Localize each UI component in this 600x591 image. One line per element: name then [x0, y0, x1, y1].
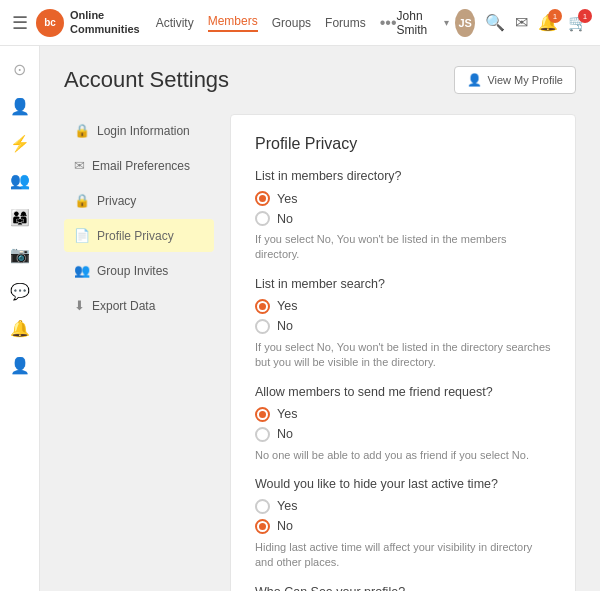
nav-forums[interactable]: Forums [325, 16, 366, 30]
privacy-icon: 🔒 [74, 193, 90, 208]
nav-email-preferences[interactable]: ✉ Email Preferences [64, 149, 214, 182]
nav-members[interactable]: Members [208, 14, 258, 32]
radio-group-3: Yes No [255, 499, 551, 534]
sidebar-user-icon[interactable]: 👤 [10, 97, 30, 116]
nav-group-invites-label: Group Invites [97, 264, 168, 278]
notification-badge: 1 [548, 9, 562, 23]
radio-group-0: Yes No [255, 191, 551, 226]
view-profile-label: View My Profile [487, 74, 563, 86]
mail-icon-wrapper[interactable]: ✉ [515, 13, 528, 32]
user-icon: 👤 [467, 73, 482, 87]
question-1: List in member search? [255, 277, 551, 291]
settings-sidebar: 🔒 Login Information ✉ Email Preferences … [64, 114, 214, 591]
sidebar-groups-icon[interactable]: 👨‍👩‍👧 [10, 208, 30, 227]
nav-user[interactable]: John Smith ▾ JS [397, 9, 475, 37]
nav-activity[interactable]: Activity [156, 16, 194, 30]
hint-3: Hiding last active time will affect your… [255, 540, 551, 571]
content-area: 🔒 Login Information ✉ Email Preferences … [64, 114, 576, 591]
panel-title: Profile Privacy [255, 135, 551, 153]
lock-icon: 🔒 [74, 123, 90, 138]
mail-icon: ✉ [515, 14, 528, 31]
radio-2-no[interactable]: No [255, 427, 551, 442]
left-sidebar: ⊙ 👤 ⚡ 👥 👨‍👩‍👧 📷 💬 🔔 👤 [0, 46, 40, 591]
question-0: List in members directory? [255, 169, 551, 183]
page-title: Account Settings [64, 67, 229, 93]
search-icon-wrapper[interactable]: 🔍 [485, 13, 505, 32]
page-header: Account Settings 👤 View My Profile [64, 66, 576, 94]
nav-export-label: Export Data [92, 299, 155, 313]
sidebar-settings-icon[interactable]: 👤 [10, 356, 30, 375]
sidebar-friends-icon[interactable]: 👥 [10, 171, 30, 190]
nav-group-invites[interactable]: 👥 Group Invites [64, 254, 214, 287]
radio-0-yes[interactable]: Yes [255, 191, 551, 206]
radio-circle-2-yes [255, 407, 270, 422]
logo-icon: bc [36, 9, 64, 37]
top-navbar: ☰ bc OnlineCommunities Activity Members … [0, 0, 600, 46]
radio-1-no[interactable]: No [255, 319, 551, 334]
app-logo[interactable]: bc OnlineCommunities [36, 9, 140, 37]
radio-3-yes[interactable]: Yes [255, 499, 551, 514]
radio-circle-2-no [255, 427, 270, 442]
nav-links: Activity Members Groups Forums ••• [156, 14, 397, 32]
hint-2: No one will be able to add you as friend… [255, 448, 551, 463]
radio-circle-1-no [255, 319, 270, 334]
radio-3-no[interactable]: No [255, 519, 551, 534]
nav-privacy-label: Privacy [97, 194, 136, 208]
nav-more-icon[interactable]: ••• [380, 14, 397, 32]
export-icon: ⬇ [74, 298, 85, 313]
sidebar-messages-icon[interactable]: 💬 [10, 282, 30, 301]
sidebar-media-icon[interactable]: 📷 [10, 245, 30, 264]
question-2: Allow members to send me friend request? [255, 385, 551, 399]
radio-circle-3-no [255, 519, 270, 534]
radio-2-yes[interactable]: Yes [255, 407, 551, 422]
profile-privacy-icon: 📄 [74, 228, 90, 243]
email-icon: ✉ [74, 158, 85, 173]
hamburger-icon[interactable]: ☰ [12, 12, 28, 34]
group-invites-icon: 👥 [74, 263, 90, 278]
nav-right: John Smith ▾ JS 🔍 ✉ 🔔 1 🛒 1 [397, 9, 588, 37]
profile-privacy-panel: Profile Privacy List in members director… [230, 114, 576, 591]
search-icon: 🔍 [485, 14, 505, 31]
nav-email-label: Email Preferences [92, 159, 190, 173]
radio-circle-0-no [255, 211, 270, 226]
radio-group-1: Yes No [255, 299, 551, 334]
radio-circle-0-yes [255, 191, 270, 206]
cart-badge: 1 [578, 9, 592, 23]
radio-0-no[interactable]: No [255, 211, 551, 226]
nav-login-label: Login Information [97, 124, 190, 138]
cart-icon-wrapper[interactable]: 🛒 1 [568, 13, 588, 32]
main-wrapper: Account Settings 👤 View My Profile 🔒 Log… [40, 46, 600, 591]
logo-text: OnlineCommunities [70, 9, 140, 35]
radio-circle-1-yes [255, 299, 270, 314]
notification-icon-wrapper[interactable]: 🔔 1 [538, 13, 558, 32]
radio-circle-3-yes [255, 499, 270, 514]
sidebar-notifications-icon[interactable]: 🔔 [10, 319, 30, 338]
sidebar-activity-icon[interactable]: ⚡ [10, 134, 30, 153]
radio-group-2: Yes No [255, 407, 551, 442]
view-profile-button[interactable]: 👤 View My Profile [454, 66, 576, 94]
question-3: Would you like to hide your last active … [255, 477, 551, 491]
nav-profile-privacy-label: Profile Privacy [97, 229, 174, 243]
nav-groups[interactable]: Groups [272, 16, 311, 30]
hint-0: If you select No, You won't be listed in… [255, 232, 551, 263]
page-content: Account Settings 👤 View My Profile 🔒 Log… [40, 46, 600, 591]
nav-username: John Smith [397, 9, 439, 37]
radio-1-yes[interactable]: Yes [255, 299, 551, 314]
nav-profile-privacy[interactable]: 📄 Profile Privacy [64, 219, 214, 252]
nav-export-data[interactable]: ⬇ Export Data [64, 289, 214, 322]
nav-login-information[interactable]: 🔒 Login Information [64, 114, 214, 147]
avatar: JS [455, 9, 475, 37]
who-can-see-label: Who Can See your profile? [255, 585, 551, 591]
hint-1: If you select No, You won't be listed in… [255, 340, 551, 371]
sidebar-home-icon[interactable]: ⊙ [13, 60, 26, 79]
nav-privacy[interactable]: 🔒 Privacy [64, 184, 214, 217]
